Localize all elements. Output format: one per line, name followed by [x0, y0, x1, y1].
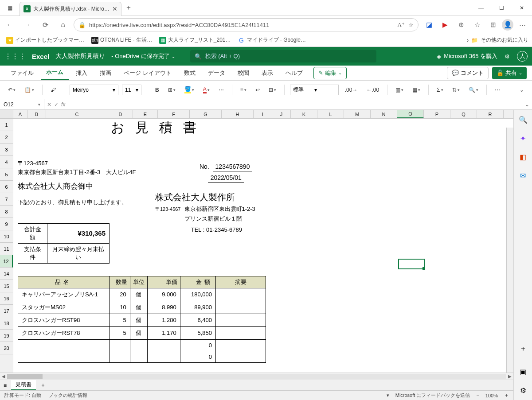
- buy-button[interactable]: ◈Microsoft 365 を購入: [437, 52, 497, 60]
- font-color-button[interactable]: A▾: [200, 84, 212, 95]
- vertical-scrollbar[interactable]: [506, 128, 513, 373]
- font-size-select[interactable]: 11▾: [122, 85, 141, 95]
- cancel-formula-icon[interactable]: ✕: [47, 101, 51, 108]
- tab-pagelayout[interactable]: ページ レイアウト: [118, 66, 177, 80]
- row-header[interactable]: 11: [0, 243, 13, 255]
- copilot-icon[interactable]: ✦: [517, 132, 529, 144]
- find-button[interactable]: 🔍▾: [466, 85, 481, 95]
- sort-filter-button[interactable]: ⇅▾: [450, 85, 462, 95]
- col-header[interactable]: P: [424, 110, 450, 118]
- tab-close-icon[interactable]: ✕: [112, 5, 117, 12]
- add-panel-icon[interactable]: ＋: [517, 342, 529, 355]
- col-header[interactable]: D: [108, 110, 133, 118]
- row-header[interactable]: 12: [0, 255, 13, 268]
- row-header[interactable]: 2: [0, 131, 13, 144]
- number-format-select[interactable]: 標準▾: [290, 85, 339, 95]
- app-launcher-icon[interactable]: ⋮⋮⋮: [4, 52, 26, 61]
- col-header[interactable]: A: [13, 110, 27, 118]
- search-input[interactable]: 🔍 検索 (Alt + Q): [190, 50, 376, 62]
- col-header[interactable]: C: [46, 110, 108, 118]
- home-button[interactable]: ⌂: [56, 18, 70, 32]
- bookmark-overflow-icon[interactable]: ›: [467, 37, 469, 43]
- bookmark-item[interactable]: ★インポートしたブックマー…: [4, 35, 87, 45]
- row-header[interactable]: 19: [0, 330, 13, 342]
- panel-gear-icon[interactable]: ⚙: [517, 384, 529, 396]
- row-header[interactable]: 14: [0, 268, 13, 280]
- zoom-in-button[interactable]: ＋: [504, 392, 509, 399]
- enter-formula-icon[interactable]: ✓: [54, 101, 59, 108]
- extensions-icon[interactable]: ⊕: [454, 18, 468, 32]
- col-header[interactable]: G: [190, 110, 222, 118]
- tab-file[interactable]: ファイル: [5, 66, 39, 80]
- row-header[interactable]: 1: [0, 119, 13, 131]
- row-header[interactable]: 4: [0, 156, 13, 168]
- back-button[interactable]: ←: [3, 18, 17, 32]
- browser-tab[interactable]: X 大人製作所見積り.xlsx - Microsof… ✕: [20, 2, 121, 16]
- workbook-stats[interactable]: ブックの統計情報: [48, 392, 87, 399]
- col-header[interactable]: Q: [450, 110, 477, 118]
- ext-icon-2[interactable]: ▶: [438, 18, 452, 32]
- row-header[interactable]: 20: [0, 342, 13, 354]
- col-header[interactable]: H: [222, 110, 254, 118]
- all-sheets-icon[interactable]: ≡: [4, 382, 7, 388]
- font-select[interactable]: Meiryo▾: [70, 85, 118, 95]
- comments-button[interactable]: 💬コメント: [447, 67, 489, 79]
- bookmark-item[interactable]: otnOTONA LIFE - 生活…: [89, 35, 155, 45]
- row-header[interactable]: 15: [0, 280, 13, 292]
- col-header[interactable]: K: [291, 110, 317, 118]
- edit-mode-button[interactable]: ✎編集⌄: [313, 67, 347, 79]
- search-panel-icon[interactable]: 🔍: [517, 113, 529, 126]
- cell-styles-button[interactable]: ▦▾: [410, 85, 423, 95]
- col-header[interactable]: I: [254, 110, 272, 118]
- row-header[interactable]: 5: [0, 168, 13, 181]
- borders-button[interactable]: ⊞▾: [165, 85, 178, 95]
- conditional-format-button[interactable]: ▥▾: [393, 85, 406, 95]
- share-button[interactable]: 🔓共有⌄: [492, 67, 527, 79]
- row-header[interactable]: 16: [0, 292, 13, 305]
- expand-formula-icon[interactable]: ⌄: [522, 101, 532, 108]
- row-header[interactable]: 7: [0, 193, 13, 206]
- row-header[interactable]: 18: [0, 317, 13, 330]
- file-name[interactable]: 大人製作所見積り: [55, 52, 105, 60]
- col-header[interactable]: F: [158, 110, 190, 118]
- collapse-ribbon-icon[interactable]: ⌄: [517, 85, 527, 95]
- url-input[interactable]: 🔒 https://onedrive.live.com/edit.aspx?re…: [74, 18, 419, 31]
- ext-icon-1[interactable]: ◪: [422, 18, 436, 32]
- col-header[interactable]: E: [133, 110, 158, 118]
- account-icon[interactable]: 人: [517, 51, 528, 62]
- sheet-tab[interactable]: 見積書: [11, 380, 36, 390]
- tab-help[interactable]: ヘルプ: [280, 66, 308, 80]
- more-font-icon[interactable]: ⋯: [216, 85, 227, 95]
- window-maximize-icon[interactable]: ☐: [491, 0, 512, 16]
- profile-icon[interactable]: 👤: [502, 19, 513, 31]
- new-tab-button[interactable]: ＋: [125, 3, 132, 12]
- other-bookmarks[interactable]: その他のお気に入り: [481, 36, 528, 44]
- row-header[interactable]: 8: [0, 206, 13, 218]
- name-box[interactable]: O12▾: [0, 99, 44, 109]
- bold-button[interactable]: B: [153, 85, 162, 95]
- horizontal-scrollbar[interactable]: ◀▶: [0, 373, 513, 380]
- fx-icon[interactable]: fx: [61, 101, 65, 108]
- col-header[interactable]: R: [477, 110, 504, 118]
- office-icon[interactable]: ◧: [517, 151, 529, 163]
- zoom-level[interactable]: 100%: [485, 393, 498, 398]
- forward-button[interactable]: →: [20, 18, 35, 32]
- col-header[interactable]: N: [371, 110, 397, 118]
- collections-icon[interactable]: ⊞: [486, 18, 500, 32]
- refresh-button[interactable]: ⟳: [38, 18, 52, 32]
- status-dropdown-icon[interactable]: ▾: [387, 392, 389, 398]
- bookmark-item[interactable]: ▦大人ライフ_リスト_201…: [156, 35, 233, 45]
- select-all-corner[interactable]: [0, 110, 13, 118]
- tab-actions-icon[interactable]: ▦: [0, 5, 20, 11]
- settings-icon[interactable]: ⚙: [505, 53, 510, 60]
- tab-insert[interactable]: 挿入: [70, 66, 93, 80]
- fill-color-button[interactable]: 🪣▾: [182, 84, 197, 95]
- row-header[interactable]: 10: [0, 230, 13, 243]
- menu-icon[interactable]: ⋯: [515, 18, 529, 32]
- feedback-link[interactable]: Microsoft にフィードバックを送信: [395, 392, 470, 399]
- col-header[interactable]: J: [272, 110, 291, 118]
- tab-home[interactable]: ホーム: [41, 66, 69, 80]
- row-header[interactable]: 3: [0, 144, 13, 156]
- active-cell[interactable]: [398, 259, 425, 269]
- merge-button[interactable]: ⊟▾: [266, 85, 279, 95]
